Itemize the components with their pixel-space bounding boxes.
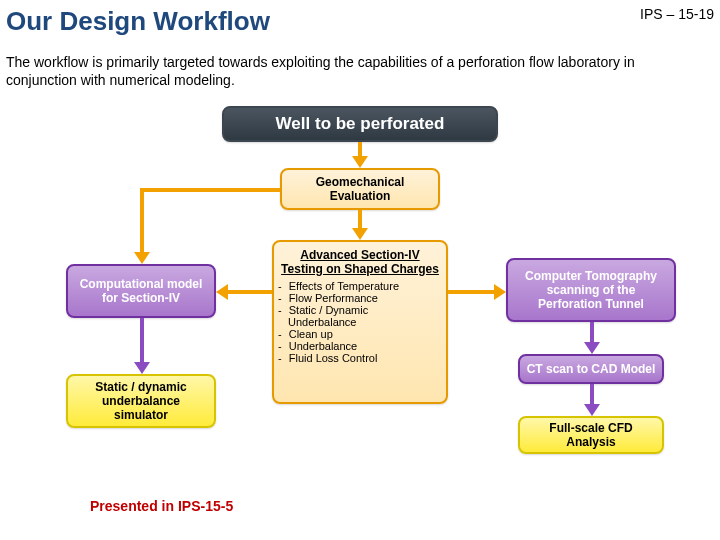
- box-comp-label: Computational model for Section-IV: [74, 277, 208, 305]
- arrow-head: [216, 284, 228, 300]
- page-title: Our Design Workflow: [6, 6, 270, 37]
- box-cfd-label: Full-scale CFD Analysis: [526, 421, 656, 449]
- arrow: [228, 290, 272, 294]
- box-cfd-analysis: Full-scale CFD Analysis: [518, 416, 664, 454]
- arrow-head: [494, 284, 506, 300]
- arrow-head: [584, 404, 600, 416]
- header-code: IPS – 15-19: [640, 6, 714, 22]
- arrow-head: [134, 252, 150, 264]
- arrow-head: [584, 342, 600, 354]
- center-list: Effects of Temperature Flow Performance …: [274, 278, 446, 370]
- box-computational-model: Computational model for Section-IV: [66, 264, 216, 318]
- arrow: [358, 210, 362, 228]
- arrow: [358, 142, 362, 156]
- box-cad-label: CT scan to CAD Model: [527, 362, 656, 376]
- box-ct-to-cad: CT scan to CAD Model: [518, 354, 664, 384]
- list-item: Static / Dynamic Underbalance: [288, 304, 438, 328]
- arrow: [590, 322, 594, 342]
- box-advanced-section: Advanced Section-IV Testing on Shaped Ch…: [272, 240, 448, 404]
- list-item: Underbalance: [288, 340, 438, 352]
- arrow: [140, 318, 144, 362]
- arrow: [590, 384, 594, 404]
- arrow: [140, 188, 280, 192]
- box-ct-label: Computer Tomography scanning of the Perf…: [514, 269, 668, 311]
- arrow-head: [134, 362, 150, 374]
- box-well: Well to be perforated: [222, 106, 498, 142]
- box-geo-label: Geomechanical Evaluation: [288, 175, 432, 203]
- box-ct-scan: Computer Tomography scanning of the Perf…: [506, 258, 676, 322]
- arrow: [140, 188, 144, 252]
- box-well-label: Well to be perforated: [276, 114, 445, 134]
- list-item: Effects of Temperature: [288, 280, 438, 292]
- arrow-head: [352, 156, 368, 168]
- box-static-dynamic-sim: Static / dynamic underbalance simulator: [66, 374, 216, 428]
- list-item: Clean up: [288, 328, 438, 340]
- list-item: Flow Performance: [288, 292, 438, 304]
- center-title: Advanced Section-IV Testing on Shaped Ch…: [274, 242, 446, 278]
- credit-line: Presented in IPS-15-5: [90, 498, 233, 514]
- list-item: Fluid Loss Control: [288, 352, 438, 364]
- box-geomechanical: Geomechanical Evaluation: [280, 168, 440, 210]
- arrow: [448, 290, 494, 294]
- arrow-head: [352, 228, 368, 240]
- box-sim-label: Static / dynamic underbalance simulator: [74, 380, 208, 422]
- intro-text: The workflow is primarily targeted towar…: [6, 54, 700, 89]
